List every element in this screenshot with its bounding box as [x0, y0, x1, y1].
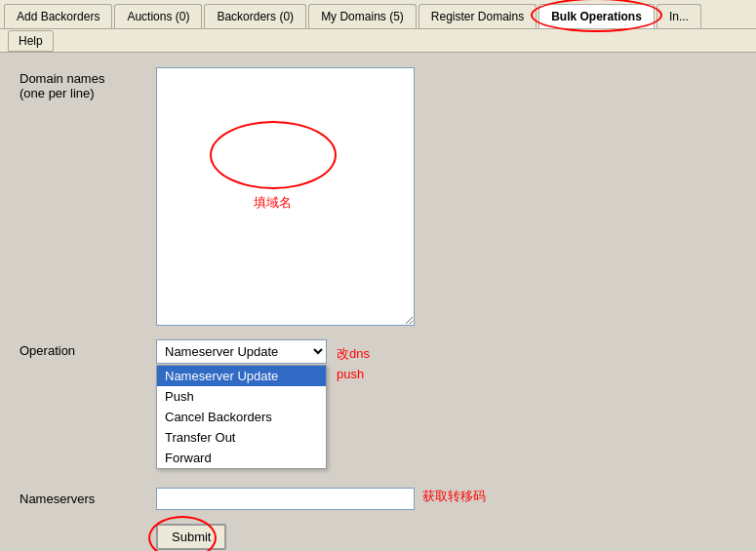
- tab-in[interactable]: In...: [657, 4, 701, 28]
- dropdown-item-transfer-out[interactable]: Transfer Out: [157, 427, 326, 448]
- nameservers-row: Nameservers 获取转移码: [20, 488, 736, 510]
- help-bar: Help: [0, 29, 756, 53]
- domain-label: Domain names (one per line): [20, 67, 156, 100]
- dropdown-item-push[interactable]: Push: [157, 386, 326, 407]
- dropdown-item-nameserver-update[interactable]: Nameserver Update: [157, 366, 326, 386]
- nameservers-label: Nameservers: [20, 488, 156, 506]
- operation-select[interactable]: Nameserver Update Push Cancel Backorders…: [156, 339, 327, 364]
- operation-hint2: push: [337, 365, 370, 385]
- tab-bulk-operations[interactable]: Bulk Operations: [538, 4, 655, 28]
- help-tab[interactable]: Help: [8, 30, 54, 52]
- operation-select-wrapper: Nameserver Update Push Cancel Backorders…: [156, 339, 327, 364]
- tab-add-backorders[interactable]: Add Backorders: [4, 4, 112, 28]
- domain-hint: 填域名: [254, 194, 292, 212]
- submit-row: Submit: [20, 524, 736, 550]
- operation-hints: 改dns push: [337, 339, 370, 385]
- domain-field: 填域名: [156, 67, 736, 326]
- operation-label: Operation: [20, 339, 156, 358]
- operation-row: Operation Nameserver Update Push Cancel …: [20, 339, 736, 385]
- submit-btn-wrapper: Submit: [156, 524, 226, 550]
- main-content: Domain names (one per line) 填域名 Operatio…: [0, 53, 756, 551]
- nav-bar: Add Backorders Auctions (0) Backorders (…: [0, 0, 756, 29]
- operation-hint1: 改dns: [337, 344, 370, 365]
- nameservers-input[interactable]: [156, 488, 415, 510]
- nameservers-hint: 获取转移码: [422, 488, 486, 505]
- dropdown-item-cancel-backorders[interactable]: Cancel Backorders: [157, 407, 326, 427]
- tab-my-domains[interactable]: My Domains (5): [308, 4, 417, 28]
- tab-backorders[interactable]: Backorders (0): [204, 4, 306, 28]
- dropdown-popup: Nameserver Update Push Cancel Backorders…: [156, 365, 327, 469]
- submit-button[interactable]: Submit: [156, 524, 226, 550]
- tab-register-domains[interactable]: Register Domains: [418, 4, 537, 28]
- tab-auctions[interactable]: Auctions (0): [114, 4, 202, 28]
- dropdown-item-forward[interactable]: Forward: [157, 448, 326, 468]
- domain-row: Domain names (one per line) 填域名: [20, 67, 736, 326]
